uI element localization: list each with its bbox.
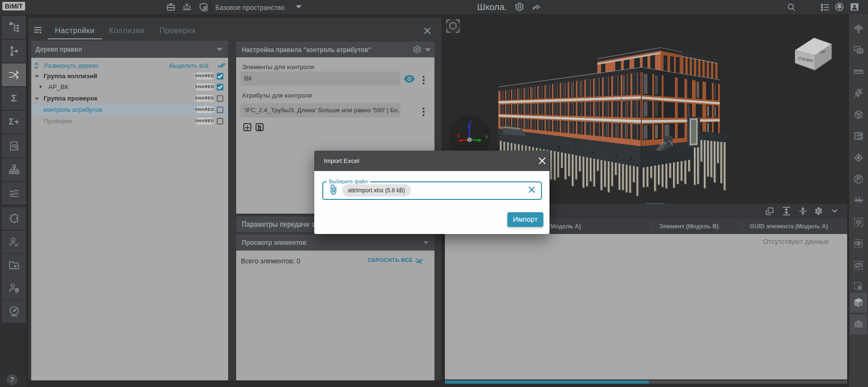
svg-text:2: 2	[858, 196, 859, 198]
svg-text:Y: Y	[485, 135, 488, 140]
svg-text:2D: 2D	[11, 144, 17, 148]
svg-text:Z: Z	[469, 120, 472, 126]
svg-text:1: 1	[855, 196, 857, 199]
svg-text:X: X	[457, 133, 460, 138]
